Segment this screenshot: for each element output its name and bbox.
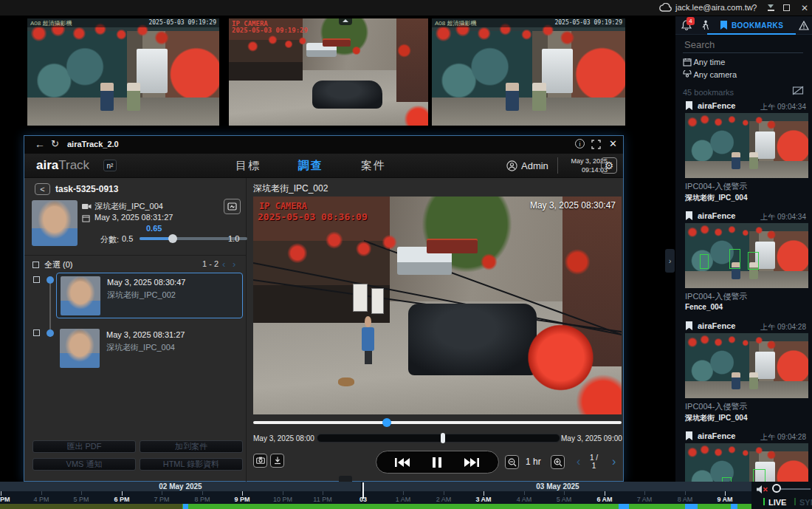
interval-zoom-in-button[interactable] [551,455,565,469]
bookmark-item[interactable]: airaFence 上午 09:04:34 IPC004-入侵警示 深坑老街_I… [675,98,812,208]
video-page-next-icon[interactable]: › [612,455,616,468]
video-overlay-time: May 3, 2025 08:30:47 [530,200,616,211]
task-id: task-5325-0913 [55,184,118,194]
zoom-out-icon [508,458,517,467]
tab-bookmarks[interactable]: BOOKMARKS [707,16,796,35]
live-label[interactable]: LIVE [768,498,786,507]
settings-gear-button[interactable]: ⚙ [601,157,617,174]
search-input[interactable] [683,37,803,53]
global-timeline[interactable]: 02 May 2025 03 May 2025 3 PM 4 PM 5 PM 6… [0,482,812,509]
page-range: 1 - 2 [202,259,219,268]
event-segment [619,504,629,509]
skip-previous-icon[interactable] [394,457,410,468]
hide-thumbnails-icon[interactable] [792,86,804,95]
help-button[interactable]: ? [747,0,762,16]
vms-notify-button[interactable]: VMS 通知 [32,458,136,471]
result-checkbox[interactable] [33,276,40,283]
account-caret-icon[interactable] [768,4,774,8]
close-window-button[interactable]: ✕ [797,0,812,16]
score-slider-handle[interactable] [168,234,177,243]
volume-slider-knob[interactable] [772,484,781,493]
tab-target[interactable]: 目標 [235,159,261,173]
change-target-image-button[interactable] [224,199,241,214]
tab-cases[interactable]: 案件 [361,159,386,173]
timeline-date-right: 03 May 2025 [364,482,751,491]
playback-progress-track[interactable] [253,421,622,424]
bookmarks-count: 45 bookmarks [683,88,734,97]
collapse-player-chevron[interactable] [339,476,352,482]
camera-1-osd-time: 2025-05-03 09:19:29 [148,19,216,26]
header-divider [557,157,558,174]
seek-playhead[interactable] [441,433,445,443]
sync-indicator-bar [794,498,796,505]
tab-investigate[interactable]: 調查 [298,159,323,173]
result-item[interactable]: May 3, 2025 08:31:27 深坑老街_IPC_004 [56,326,243,372]
collapse-wall-chevron[interactable] [339,18,352,25]
video-page-indicator: 1 /1 [590,454,598,470]
zoom-in-icon [554,458,562,467]
warning-icon[interactable] [799,21,809,30]
user-name[interactable]: Admin [521,160,548,171]
camera-tile-3[interactable]: A08 超清攝影機 2025-05-03 09:19:29 [432,18,625,126]
panel-tabbar: 4 BOOKMARKS [675,16,812,35]
result-checkbox[interactable] [33,329,40,336]
playback-progress-handle[interactable] [382,418,391,427]
interval-zoom-out-button[interactable] [505,455,519,469]
bookmark-item[interactable]: airaFence 上午 09:04:28 IPC004-入侵警示 深坑老街_I… [675,318,812,428]
bookmarks-panel: 4 BOOKMARKS Any time Any camera 45 bookm… [675,16,812,509]
export-pdf-button[interactable]: 匯出 PDF [32,440,136,453]
account-email[interactable]: jack.lee@aira.com.tw [675,3,753,12]
calendar-icon [82,214,90,222]
result-timeline-dot [47,329,54,337]
task-back-button[interactable]: < [35,183,50,195]
html-record-button[interactable]: HTML 錄影資料 [140,458,243,471]
airatrack-window: ← ↻ airaTrack_2.0 i ✕ airaTrack n² 目標 調查… [24,135,624,482]
restore-button[interactable] [783,4,790,11]
refresh-icon[interactable]: ↻ [51,138,59,149]
camera-1-image [27,18,219,126]
add-to-case-button[interactable]: 加到案件 [140,440,243,453]
seek-bar[interactable] [317,434,560,443]
snapshot-button[interactable] [253,454,267,468]
bookmark-time: 上午 09:04:34 [760,102,806,112]
snapshot-camera-icon [256,457,265,464]
back-icon[interactable]: ← [35,138,45,150]
os-titlebar: jack.lee@aira.com.tw ? ✕ [0,0,812,16]
recording-bar-dark[interactable] [0,504,182,509]
bookmark-item[interactable]: airaFence 上午 09:04:34 IPC004-入侵警示 Fence_… [675,208,812,318]
bookmark-icon [686,211,692,220]
fullscreen-icon[interactable] [591,140,601,149]
mute-icon[interactable] [756,485,768,494]
pause-icon-bar2[interactable] [438,457,441,468]
recording-bar[interactable] [182,504,751,509]
target-face-thumbnail [32,200,78,246]
volume-slider-track[interactable] [778,488,811,490]
camera-2-image [229,18,428,126]
camera-tile-2[interactable]: IP CAMERA 2025-05-03 09:19:29 [229,18,428,126]
download-button[interactable] [270,454,284,468]
skip-next-icon[interactable] [464,457,480,468]
event-segment [685,504,698,509]
pause-icon[interactable] [433,457,436,468]
filter-any-time[interactable]: Any time [683,58,725,66]
page-next-icon[interactable]: › [233,259,235,270]
minimize-button[interactable] [768,10,774,11]
close-dialog-icon[interactable]: ✕ [609,138,617,149]
info-icon[interactable]: i [575,139,585,148]
video-osd-name: IP CAMERA [259,201,307,211]
select-all-checkbox[interactable] [32,262,39,268]
camera-3-osd-time: 2025-05-03 09:19:29 [554,19,622,26]
result-time: May 3, 2025 08:31:27 [106,330,185,339]
camera-tile-1[interactable]: A08 超清攝影機 2025-05-03 09:19:29 [27,18,219,126]
sync-label[interactable]: SYNC [799,498,812,507]
video-page-prev-icon[interactable]: ‹ [577,455,580,468]
page-prev-icon[interactable]: ‹ [222,259,225,270]
result-item-selected[interactable]: May 3, 2025 08:30:47 深坑老街_IPC_002 [56,273,243,318]
results-timeline-line [49,278,51,337]
range-start-time: May 3, 2025 08:00 [253,434,314,443]
filter-any-camera[interactable]: Any camera [683,70,737,79]
panel-splitter-handle[interactable]: › [665,249,675,273]
bookmark-camera: Fence_004 [685,303,723,311]
video-camera-icon [82,203,92,210]
main-video[interactable]: IP CAMERA 2025-05-03 08:36:09 May 3, 202… [253,197,622,414]
